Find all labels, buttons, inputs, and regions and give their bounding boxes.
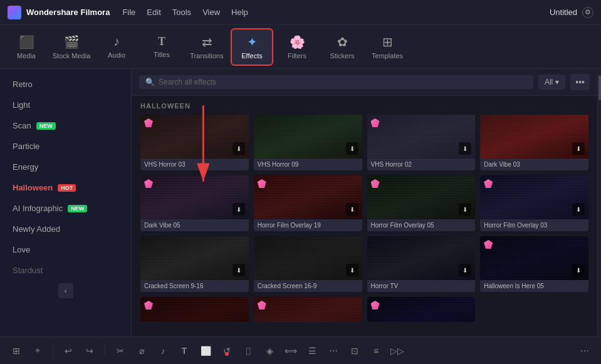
download-icon-horror-overlay-05[interactable]: ⬇	[459, 203, 471, 216]
sidebar-ai-infographic-label: AI Infographic	[13, 204, 63, 213]
sidebar-item-love[interactable]: Love	[0, 239, 131, 260]
toolbar-transitions[interactable]: ⇄ Transitions	[186, 28, 228, 66]
toolbar-media[interactable]: ⬛ Media	[5, 28, 48, 66]
sidebar-item-light[interactable]: Light	[0, 95, 131, 115]
filter-button[interactable]: All ▾	[538, 75, 565, 90]
sidebar-item-newly-added[interactable]: Newly Added	[0, 219, 131, 239]
sidebar-item-particle[interactable]: Particle	[0, 136, 131, 157]
effect-card-horror-overlay-05[interactable]: ⬇Horror Film Overlay 05	[367, 175, 476, 231]
effect-card-horror-overlay-19[interactable]: ⬇Horror Film Overlay 19	[254, 175, 362, 231]
sidebar-item-energy[interactable]: Energy	[0, 157, 131, 177]
menu-bar: File Edit Tools View Help	[122, 8, 550, 17]
gem-icon-horror-overlay-03	[484, 179, 493, 188]
effect-card-halloween-here[interactable]: ⬇Halloween Is Here 05	[480, 236, 588, 292]
sidebar-newly-added-label: Newly Added	[13, 224, 60, 234]
effect-label-vhs-horror-02: VHS Horror 02	[367, 159, 476, 170]
bottom-tool-audio[interactable]: ♪	[154, 342, 172, 360]
effect-thumb-horror-overlay-19: ⬇	[254, 175, 362, 219]
more-options-button[interactable]: •••	[570, 74, 590, 90]
toolbar-audio-label: Audio	[108, 51, 125, 59]
bottom-tool-rect[interactable]: ⬜	[197, 342, 214, 360]
sidebar-item-ai-infographic[interactable]: AI Infographic NEW	[0, 198, 131, 219]
bottom-tool-redo[interactable]: ↪	[81, 342, 98, 360]
download-icon-horror-tv[interactable]: ⬇	[459, 264, 471, 276]
effect-thumb-vhs-horror-03: ⬇	[140, 115, 249, 159]
effect-card-horror-overlay-03[interactable]: ⬇Horror Film Overlay 03	[480, 175, 588, 231]
bottom-tool-transform[interactable]: ⟺	[282, 342, 300, 360]
download-icon-vhs-horror-03[interactable]: ⬇	[233, 142, 245, 155]
menu-view[interactable]: View	[202, 8, 220, 17]
bottom-tool-play[interactable]: ▷▷	[389, 342, 406, 360]
scroll-track[interactable]	[597, 69, 601, 336]
effect-label-horror-overlay-03: Horror Film Overlay 03	[480, 219, 588, 231]
toolbar-audio[interactable]: ♪ Audio	[95, 28, 138, 66]
sidebar-item-scan[interactable]: Scan NEW	[0, 115, 131, 136]
effect-card-cracked-916[interactable]: ⬇Cracked Screen 9-16	[140, 236, 249, 292]
menu-edit[interactable]: Edit	[147, 8, 160, 17]
toolbar-templates-label: Templates	[372, 52, 403, 60]
menu-tools[interactable]: Tools	[172, 8, 191, 17]
effect-card-vhs-horror-09[interactable]: ⬇VHS Horror 09	[254, 115, 362, 170]
effect-card-vhs-horror-02[interactable]: ⬇VHS Horror 02	[367, 115, 476, 170]
effect-card-cracked-169[interactable]: ⬇Cracked Screen 16-9	[254, 236, 362, 292]
toolbar-titles[interactable]: T Titles	[140, 28, 183, 66]
filter-label: All	[545, 78, 553, 86]
sidebar-item-halloween[interactable]: Halloween HOT	[0, 177, 131, 198]
menu-file[interactable]: File	[122, 8, 135, 17]
bottom-tool-filter[interactable]: ☰	[303, 342, 321, 360]
effect-thumb-partial3: ⬇	[367, 297, 476, 322]
bottom-tool-crop[interactable]: ⌀	[133, 342, 150, 360]
download-icon-halloween-here[interactable]: ⬇	[572, 264, 585, 276]
effect-card-partial3[interactable]: ⬇	[367, 297, 476, 322]
download-icon-vhs-horror-02[interactable]: ⬇	[459, 142, 471, 155]
effect-thumb-partial1: ⬇	[140, 297, 249, 322]
download-icon-cracked-916[interactable]: ⬇	[233, 264, 245, 276]
effect-card-partial2[interactable]: ⬇	[254, 297, 362, 322]
bottom-tool-color[interactable]: ◈	[261, 342, 278, 360]
effect-card-horror-tv[interactable]: ⬇Horror TV	[367, 236, 476, 292]
download-icon-vhs-horror-09[interactable]: ⬇	[346, 142, 358, 155]
sidebar-collapse-button[interactable]: ‹	[58, 283, 73, 298]
bottom-tool-grid[interactable]: ⊡	[346, 342, 363, 360]
bottom-tool-more1[interactable]: ⋯	[325, 342, 342, 360]
search-input[interactable]	[159, 78, 527, 86]
download-icon-dark-vibe-05[interactable]: ⬇	[233, 203, 245, 216]
effect-card-vhs-horror-03[interactable]: ⬇VHS Horror 03	[140, 115, 249, 170]
toolbar-filters[interactable]: 🌸 Filters	[276, 28, 318, 66]
effect-card-dark-vibe-05[interactable]: ⬇Dark Vibe 05	[140, 175, 249, 231]
effect-card-dark-vibe-03[interactable]: ⬇Dark Vibe 03	[480, 115, 588, 170]
effect-label-vhs-horror-09: VHS Horror 09	[254, 159, 362, 170]
expand-button[interactable]: ⋯	[576, 342, 593, 360]
grid-section: HALLOWEEN ⬇VHS Horror 03⬇VHS Horror 09⬇V…	[132, 96, 597, 336]
bottom-tool-select[interactable]: ⌖	[29, 342, 46, 360]
app-logo-icon	[8, 6, 21, 19]
download-icon-cracked-169[interactable]: ⬇	[346, 264, 358, 276]
toolbar-stock-media[interactable]: 🎬 Stock Media	[50, 28, 93, 66]
bottom-tool-cut[interactable]: ✂	[112, 342, 129, 360]
menu-help[interactable]: Help	[231, 8, 248, 17]
effect-card-partial1[interactable]: ⬇	[140, 297, 249, 322]
effect-thumb-cracked-169: ⬇	[254, 236, 362, 280]
sidebar-light-label: Light	[13, 100, 30, 110]
sidebar-item-retro[interactable]: Retro	[0, 74, 131, 95]
bottom-tool-rotate[interactable]: ↺	[218, 342, 236, 360]
toolbar-transitions-label: Transitions	[190, 52, 223, 60]
sidebar: Retro Light Scan NEW Particle Energy Hal…	[0, 69, 132, 336]
toolbar-stickers[interactable]: ✿ Stickers	[321, 28, 363, 66]
download-icon-horror-overlay-19[interactable]: ⬇	[346, 203, 358, 216]
download-icon-dark-vibe-03[interactable]: ⬇	[572, 142, 585, 155]
bottom-tool-undo[interactable]: ↩	[60, 342, 77, 360]
chevron-down-icon: ▾	[555, 78, 559, 86]
scroll-thumb	[598, 75, 601, 100]
bottom-tool-layout[interactable]: ⊞	[8, 342, 25, 360]
bottom-tool-list[interactable]: ≡	[367, 342, 385, 360]
bottom-tool-trim[interactable]: ⌷	[239, 342, 257, 360]
toolbar-effects[interactable]: ✦ Effects	[231, 28, 273, 66]
toolbar-templates[interactable]: ⊞ Templates	[366, 28, 409, 66]
sidebar-halloween-label: Halloween	[13, 183, 53, 192]
settings-icon[interactable]: ⚙	[582, 7, 593, 18]
download-icon-horror-overlay-03[interactable]: ⬇	[572, 203, 585, 216]
bottom-tool-text[interactable]: T	[175, 342, 193, 360]
stickers-icon: ✿	[337, 34, 348, 49]
sidebar-item-stardust[interactable]: Stardust	[0, 260, 131, 281]
